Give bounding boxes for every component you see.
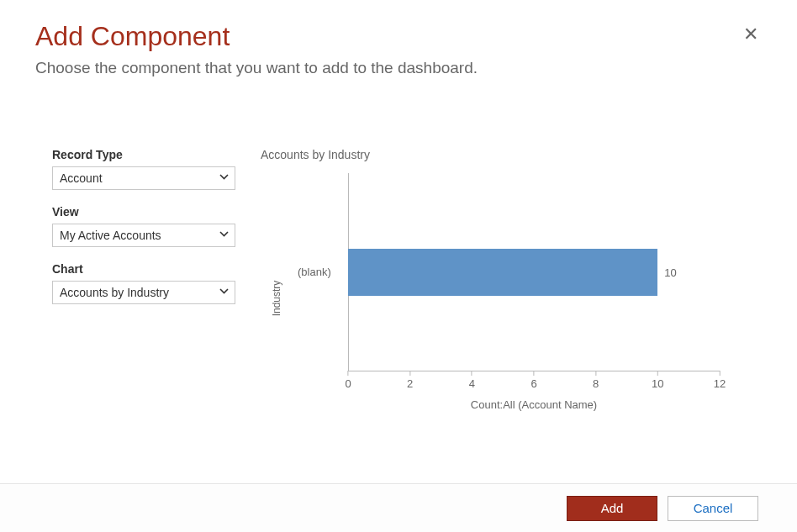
x-tick-mark <box>595 371 596 376</box>
x-tick: 8 <box>593 371 599 390</box>
bar-value-label: 10 <box>664 266 676 279</box>
x-tick: 0 <box>345 371 351 390</box>
x-tick-label: 6 <box>530 377 536 390</box>
record-type-select[interactable]: Account <box>52 166 235 190</box>
chart-preview: Accounts by Industry Industry 10 0246810… <box>256 148 762 429</box>
x-tick-mark <box>657 371 658 376</box>
chart-area: Industry 10 024681012 (blank) Count:All … <box>256 168 762 429</box>
form-column: Record Type Account View My Active Accou… <box>35 148 235 429</box>
view-label: View <box>52 205 235 219</box>
x-tick-label: 10 <box>652 377 663 390</box>
record-type-label: Record Type <box>52 148 235 161</box>
view-value: My Active Accounts <box>60 229 219 242</box>
y-axis-label: Industry <box>271 281 282 317</box>
dialog-footer: Add Cancel <box>0 483 797 532</box>
x-tick-mark <box>720 371 720 376</box>
chevron-down-icon <box>219 288 228 297</box>
x-tick-mark <box>533 371 534 376</box>
x-ticks: 024681012 <box>348 371 720 396</box>
dialog-subtitle: Choose the component that you want to ad… <box>35 59 762 77</box>
x-tick: 4 <box>469 371 475 390</box>
chart-title: Accounts by Industry <box>261 148 762 161</box>
x-tick: 12 <box>714 371 726 390</box>
cancel-button[interactable]: Cancel <box>668 496 758 521</box>
chevron-down-icon <box>219 231 228 240</box>
x-tick-label: 2 <box>407 377 413 390</box>
x-tick: 2 <box>407 371 413 390</box>
add-button-label: Add <box>601 501 624 515</box>
dialog-header: Add Component ✕ <box>35 20 762 52</box>
chart-value: Accounts by Industry <box>60 286 219 299</box>
x-tick-label: 12 <box>714 377 726 390</box>
x-tick-label: 8 <box>593 377 599 390</box>
y-tick-label: (blank) <box>298 266 331 278</box>
x-tick-mark <box>472 371 472 376</box>
plot-region: 10 024681012 <box>348 173 720 371</box>
x-tick: 10 <box>652 371 663 390</box>
record-type-group: Record Type Account <box>52 148 235 190</box>
chevron-down-icon <box>219 174 228 182</box>
close-button[interactable]: ✕ <box>740 20 762 49</box>
chart-select[interactable]: Accounts by Industry <box>52 281 235 304</box>
x-tick-label: 4 <box>469 377 475 390</box>
x-tick: 6 <box>530 371 536 390</box>
view-select[interactable]: My Active Accounts <box>52 224 235 247</box>
dialog-title: Add Component <box>35 20 230 52</box>
cancel-button-label: Cancel <box>694 501 733 515</box>
x-tick-mark <box>409 371 410 376</box>
x-axis-label: Count:All (Account Name) <box>348 398 720 411</box>
chart-label: Chart <box>52 262 235 276</box>
chart-group: Chart Accounts by Industry <box>52 262 235 304</box>
x-tick-mark <box>347 371 348 376</box>
add-button[interactable]: Add <box>567 496 657 521</box>
dialog-content: Record Type Account View My Active Accou… <box>35 148 762 429</box>
add-component-dialog: Add Component ✕ Choose the component tha… <box>0 0 797 469</box>
chart-bar: 10 <box>348 249 657 296</box>
view-group: View My Active Accounts <box>52 205 235 247</box>
close-icon: ✕ <box>743 24 758 45</box>
record-type-value: Account <box>60 171 219 185</box>
x-tick-label: 0 <box>345 377 351 390</box>
